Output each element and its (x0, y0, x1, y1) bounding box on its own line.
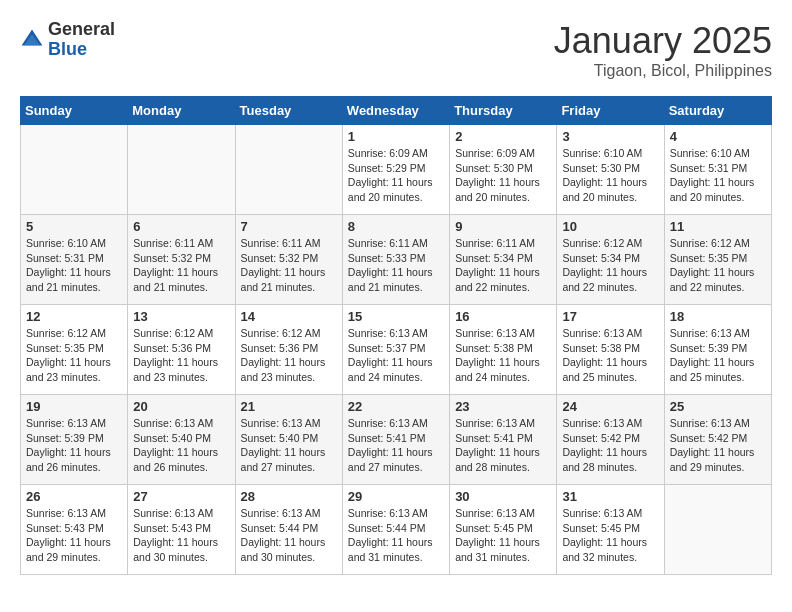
day-info: Sunrise: 6:11 AM Sunset: 5:32 PM Dayligh… (133, 236, 229, 295)
day-info: Sunrise: 6:11 AM Sunset: 5:34 PM Dayligh… (455, 236, 551, 295)
day-info: Sunrise: 6:09 AM Sunset: 5:29 PM Dayligh… (348, 146, 444, 205)
calendar-cell-w1-d0 (21, 125, 128, 215)
day-info: Sunrise: 6:11 AM Sunset: 5:32 PM Dayligh… (241, 236, 337, 295)
day-number: 10 (562, 219, 658, 234)
day-number: 15 (348, 309, 444, 324)
calendar-cell-w2-d5: 10Sunrise: 6:12 AM Sunset: 5:34 PM Dayli… (557, 215, 664, 305)
day-info: Sunrise: 6:09 AM Sunset: 5:30 PM Dayligh… (455, 146, 551, 205)
calendar-cell-w1-d1 (128, 125, 235, 215)
calendar-week-5: 26Sunrise: 6:13 AM Sunset: 5:43 PM Dayli… (21, 485, 772, 575)
day-number: 3 (562, 129, 658, 144)
calendar-cell-w3-d5: 17Sunrise: 6:13 AM Sunset: 5:38 PM Dayli… (557, 305, 664, 395)
day-info: Sunrise: 6:13 AM Sunset: 5:37 PM Dayligh… (348, 326, 444, 385)
calendar-cell-w3-d1: 13Sunrise: 6:12 AM Sunset: 5:36 PM Dayli… (128, 305, 235, 395)
day-info: Sunrise: 6:12 AM Sunset: 5:34 PM Dayligh… (562, 236, 658, 295)
calendar-cell-w1-d6: 4Sunrise: 6:10 AM Sunset: 5:31 PM Daylig… (664, 125, 771, 215)
day-number: 20 (133, 399, 229, 414)
day-number: 19 (26, 399, 122, 414)
weekday-header-sunday: Sunday (21, 97, 128, 125)
day-number: 12 (26, 309, 122, 324)
day-number: 21 (241, 399, 337, 414)
calendar-cell-w5-d6 (664, 485, 771, 575)
weekday-header-friday: Friday (557, 97, 664, 125)
day-number: 11 (670, 219, 766, 234)
day-number: 17 (562, 309, 658, 324)
calendar-cell-w4-d4: 23Sunrise: 6:13 AM Sunset: 5:41 PM Dayli… (450, 395, 557, 485)
day-number: 8 (348, 219, 444, 234)
calendar-cell-w2-d2: 7Sunrise: 6:11 AM Sunset: 5:32 PM Daylig… (235, 215, 342, 305)
day-info: Sunrise: 6:10 AM Sunset: 5:31 PM Dayligh… (26, 236, 122, 295)
calendar-cell-w3-d2: 14Sunrise: 6:12 AM Sunset: 5:36 PM Dayli… (235, 305, 342, 395)
day-number: 14 (241, 309, 337, 324)
day-number: 5 (26, 219, 122, 234)
calendar-week-3: 12Sunrise: 6:12 AM Sunset: 5:35 PM Dayli… (21, 305, 772, 395)
day-number: 13 (133, 309, 229, 324)
day-info: Sunrise: 6:13 AM Sunset: 5:42 PM Dayligh… (670, 416, 766, 475)
calendar-body: 1Sunrise: 6:09 AM Sunset: 5:29 PM Daylig… (21, 125, 772, 575)
calendar-cell-w5-d0: 26Sunrise: 6:13 AM Sunset: 5:43 PM Dayli… (21, 485, 128, 575)
day-number: 31 (562, 489, 658, 504)
day-number: 30 (455, 489, 551, 504)
day-number: 28 (241, 489, 337, 504)
calendar-cell-w5-d3: 29Sunrise: 6:13 AM Sunset: 5:44 PM Dayli… (342, 485, 449, 575)
day-number: 16 (455, 309, 551, 324)
day-info: Sunrise: 6:10 AM Sunset: 5:30 PM Dayligh… (562, 146, 658, 205)
day-number: 24 (562, 399, 658, 414)
calendar-subtitle: Tigaon, Bicol, Philippines (554, 62, 772, 80)
day-info: Sunrise: 6:13 AM Sunset: 5:45 PM Dayligh… (562, 506, 658, 565)
day-number: 2 (455, 129, 551, 144)
day-info: Sunrise: 6:13 AM Sunset: 5:42 PM Dayligh… (562, 416, 658, 475)
day-info: Sunrise: 6:13 AM Sunset: 5:44 PM Dayligh… (348, 506, 444, 565)
day-info: Sunrise: 6:13 AM Sunset: 5:41 PM Dayligh… (455, 416, 551, 475)
day-info: Sunrise: 6:10 AM Sunset: 5:31 PM Dayligh… (670, 146, 766, 205)
header: General Blue January 2025 Tigaon, Bicol,… (20, 20, 772, 80)
day-info: Sunrise: 6:13 AM Sunset: 5:45 PM Dayligh… (455, 506, 551, 565)
day-number: 6 (133, 219, 229, 234)
day-info: Sunrise: 6:13 AM Sunset: 5:40 PM Dayligh… (133, 416, 229, 475)
day-info: Sunrise: 6:13 AM Sunset: 5:41 PM Dayligh… (348, 416, 444, 475)
calendar-cell-w2-d6: 11Sunrise: 6:12 AM Sunset: 5:35 PM Dayli… (664, 215, 771, 305)
calendar-cell-w1-d2 (235, 125, 342, 215)
day-info: Sunrise: 6:13 AM Sunset: 5:44 PM Dayligh… (241, 506, 337, 565)
title-section: January 2025 Tigaon, Bicol, Philippines (554, 20, 772, 80)
logo-icon (20, 28, 44, 52)
calendar-week-1: 1Sunrise: 6:09 AM Sunset: 5:29 PM Daylig… (21, 125, 772, 215)
calendar-table: SundayMondayTuesdayWednesdayThursdayFrid… (20, 96, 772, 575)
weekday-header-wednesday: Wednesday (342, 97, 449, 125)
day-number: 25 (670, 399, 766, 414)
day-number: 7 (241, 219, 337, 234)
day-info: Sunrise: 6:13 AM Sunset: 5:43 PM Dayligh… (133, 506, 229, 565)
day-info: Sunrise: 6:12 AM Sunset: 5:36 PM Dayligh… (241, 326, 337, 385)
day-info: Sunrise: 6:12 AM Sunset: 5:35 PM Dayligh… (670, 236, 766, 295)
day-number: 29 (348, 489, 444, 504)
day-number: 1 (348, 129, 444, 144)
day-number: 18 (670, 309, 766, 324)
calendar-cell-w3-d6: 18Sunrise: 6:13 AM Sunset: 5:39 PM Dayli… (664, 305, 771, 395)
weekday-header-row: SundayMondayTuesdayWednesdayThursdayFrid… (21, 97, 772, 125)
calendar-cell-w5-d2: 28Sunrise: 6:13 AM Sunset: 5:44 PM Dayli… (235, 485, 342, 575)
calendar-title: January 2025 (554, 20, 772, 62)
calendar-cell-w3-d4: 16Sunrise: 6:13 AM Sunset: 5:38 PM Dayli… (450, 305, 557, 395)
logo: General Blue (20, 20, 115, 60)
calendar-cell-w1-d4: 2Sunrise: 6:09 AM Sunset: 5:30 PM Daylig… (450, 125, 557, 215)
weekday-header-tuesday: Tuesday (235, 97, 342, 125)
calendar-cell-w4-d1: 20Sunrise: 6:13 AM Sunset: 5:40 PM Dayli… (128, 395, 235, 485)
day-info: Sunrise: 6:12 AM Sunset: 5:35 PM Dayligh… (26, 326, 122, 385)
calendar-cell-w4-d5: 24Sunrise: 6:13 AM Sunset: 5:42 PM Dayli… (557, 395, 664, 485)
calendar-cell-w2-d0: 5Sunrise: 6:10 AM Sunset: 5:31 PM Daylig… (21, 215, 128, 305)
day-info: Sunrise: 6:13 AM Sunset: 5:39 PM Dayligh… (670, 326, 766, 385)
logo-general-text: General (48, 20, 115, 40)
logo-text: General Blue (48, 20, 115, 60)
day-number: 27 (133, 489, 229, 504)
day-info: Sunrise: 6:12 AM Sunset: 5:36 PM Dayligh… (133, 326, 229, 385)
calendar-cell-w5-d1: 27Sunrise: 6:13 AM Sunset: 5:43 PM Dayli… (128, 485, 235, 575)
day-info: Sunrise: 6:11 AM Sunset: 5:33 PM Dayligh… (348, 236, 444, 295)
calendar-cell-w2-d3: 8Sunrise: 6:11 AM Sunset: 5:33 PM Daylig… (342, 215, 449, 305)
day-number: 9 (455, 219, 551, 234)
calendar-cell-w4-d0: 19Sunrise: 6:13 AM Sunset: 5:39 PM Dayli… (21, 395, 128, 485)
day-number: 23 (455, 399, 551, 414)
calendar-cell-w5-d5: 31Sunrise: 6:13 AM Sunset: 5:45 PM Dayli… (557, 485, 664, 575)
calendar-week-2: 5Sunrise: 6:10 AM Sunset: 5:31 PM Daylig… (21, 215, 772, 305)
logo-blue-text: Blue (48, 40, 115, 60)
day-info: Sunrise: 6:13 AM Sunset: 5:43 PM Dayligh… (26, 506, 122, 565)
